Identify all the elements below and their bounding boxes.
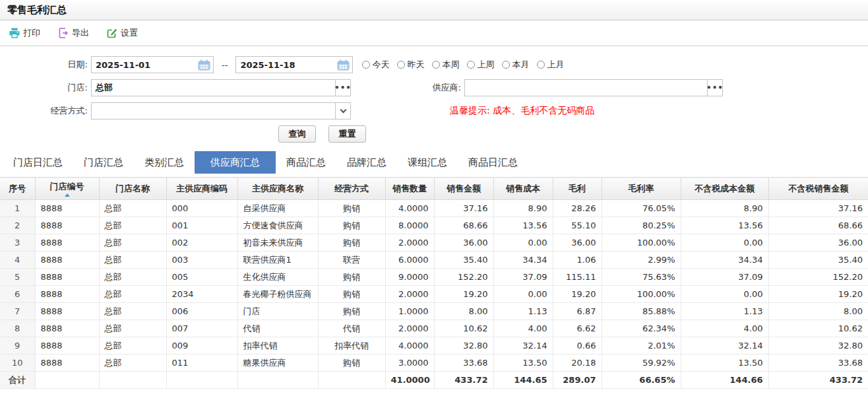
settings-button[interactable]: 设置	[107, 27, 138, 39]
cell-3-5: 联营	[318, 252, 385, 269]
cell-7-3: 007	[166, 320, 237, 337]
column-header-5[interactable]: 经营方式	[318, 178, 385, 200]
cell-9-7: 33.68	[434, 354, 493, 372]
date-to-input[interactable]: 2025-11-18	[235, 56, 353, 73]
cell-5-3: 2034	[166, 286, 237, 303]
total-row[interactable]: 合计41.0000433.72144.65289.0766.65%144.664…	[0, 372, 868, 389]
supplier-input[interactable]: •••	[464, 79, 723, 96]
store-input[interactable]: 总部 •••	[91, 79, 351, 96]
table-row-4[interactable]: 58888总部005生化供应商购销9.0000152.2037.09115.11…	[0, 269, 868, 286]
total-cell-6: 41.0000	[385, 372, 434, 389]
cell-7-9: 6.62	[553, 320, 602, 337]
date-from-input[interactable]: 2025-11-01	[91, 56, 214, 73]
store-picker-button[interactable]: •••	[335, 80, 350, 96]
column-header-0[interactable]: 序号	[0, 178, 35, 200]
cell-4-12: 152.20	[768, 269, 868, 286]
table-row-8[interactable]: 98888总部009扣率代销扣率代销4.000032.8032.140.662.…	[0, 337, 868, 354]
cell-6-4: 门店	[237, 303, 318, 320]
column-header-7[interactable]: 销售金额	[434, 178, 493, 200]
cell-9-9: 20.18	[553, 354, 602, 372]
table-row-7[interactable]: 88888总部007代销代销2.000010.624.006.6262.34%4…	[0, 320, 868, 337]
calendar-icon[interactable]	[337, 59, 352, 71]
column-header-4[interactable]: 主供应商名称	[237, 178, 318, 200]
column-header-label: 门店名称	[101, 183, 165, 195]
tab-0[interactable]: 门店日汇总	[3, 151, 73, 174]
print-label: 打印	[23, 27, 40, 39]
print-button[interactable]: 打印	[9, 27, 40, 39]
quick-range-radio-4[interactable]: 本月	[502, 59, 529, 71]
table-row-0[interactable]: 18888总部000自采供应商购销4.000037.168.9028.2676.…	[0, 200, 868, 217]
store-label: 门店:	[0, 82, 91, 94]
column-header-11[interactable]: 不含税成本金额	[681, 178, 768, 200]
cell-5-0: 6	[0, 286, 35, 303]
table-row-2[interactable]: 38888总部002初音未来供应商购销2.000036.000.0036.001…	[0, 234, 868, 252]
cell-8-7: 32.80	[434, 337, 493, 354]
cell-5-10: 100.00%	[602, 286, 681, 303]
query-button[interactable]: 查询	[278, 125, 316, 143]
table-row-9[interactable]: 108888总部011糖果供应商购销3.000033.6813.5020.185…	[0, 354, 868, 372]
column-header-label: 销售数量	[387, 183, 433, 195]
table-row-1[interactable]: 28888总部001方便速食供应商购销8.000068.6613.5655.10…	[0, 217, 868, 234]
tab-5[interactable]: 品牌汇总	[336, 151, 397, 174]
tab-6[interactable]: 课组汇总	[397, 151, 458, 174]
supplier-label: 供应商:	[351, 82, 464, 94]
calendar-icon[interactable]	[198, 59, 213, 71]
total-cell-7: 433.72	[434, 372, 493, 389]
table-row-5[interactable]: 68888总部2034春光椰子粉供应商购销2.000019.200.0019.2…	[0, 286, 868, 303]
supplier-picker-button[interactable]: •••	[707, 80, 722, 96]
cell-1-0: 2	[0, 217, 35, 234]
cell-3-7: 35.40	[434, 252, 493, 269]
cell-7-6: 2.0000	[385, 320, 434, 337]
cell-5-12: 19.20	[768, 286, 868, 303]
cell-9-8: 13.50	[493, 354, 553, 372]
column-header-10[interactable]: 毛利率	[602, 178, 681, 200]
export-button[interactable]: 导出	[58, 27, 89, 39]
table-row-3[interactable]: 48888总部003联营供应商1联营6.000035.4034.341.062.…	[0, 252, 868, 269]
radio-icon[interactable]	[432, 61, 440, 69]
table-row-6[interactable]: 78888总部006门店购销1.00008.001.136.8785.88%1.…	[0, 303, 868, 320]
sort-ascending-icon	[65, 193, 70, 197]
tab-7[interactable]: 商品日汇总	[458, 151, 528, 174]
quick-range-radio-1[interactable]: 昨天	[397, 59, 424, 71]
settings-label: 设置	[121, 27, 138, 39]
cell-4-11: 37.09	[681, 269, 768, 286]
reset-button[interactable]: 重置	[328, 125, 366, 143]
cell-6-6: 1.0000	[385, 303, 434, 320]
tab-2[interactable]: 类别汇总	[134, 151, 195, 174]
quick-range-label: 本月	[512, 59, 529, 71]
column-header-8[interactable]: 销售成本	[493, 178, 553, 200]
column-header-label: 经营方式	[320, 183, 384, 195]
tab-4[interactable]: 商品汇总	[276, 151, 336, 174]
total-cell-12: 433.72	[768, 372, 868, 389]
store-value: 总部	[92, 82, 335, 94]
quick-range-radio-0[interactable]: 今天	[362, 59, 389, 71]
tab-3-active[interactable]: 供应商汇总	[195, 151, 276, 174]
radio-icon[interactable]	[397, 61, 405, 69]
cell-9-10: 59.92%	[602, 354, 681, 372]
column-header-6[interactable]: 销售数量	[385, 178, 434, 200]
cell-0-0: 1	[0, 200, 35, 217]
radio-icon[interactable]	[537, 61, 545, 69]
cell-8-3: 009	[166, 337, 237, 354]
tab-1[interactable]: 门店汇总	[73, 151, 134, 174]
radio-icon[interactable]	[467, 61, 475, 69]
column-header-2[interactable]: 门店名称	[99, 178, 166, 200]
column-header-3[interactable]: 主供应商编码	[166, 178, 237, 200]
mode-select[interactable]	[91, 102, 351, 119]
quick-range-radio-2[interactable]: 本周	[432, 59, 459, 71]
column-header-9[interactable]: 毛利	[553, 178, 602, 200]
cell-3-0: 4	[0, 252, 35, 269]
quick-range-radio-5[interactable]: 上月	[537, 59, 564, 71]
column-header-label: 主供应商编码	[168, 183, 236, 195]
quick-range-radio-3[interactable]: 上周	[467, 59, 494, 71]
cell-4-8: 37.09	[493, 269, 553, 286]
radio-icon[interactable]	[362, 61, 370, 69]
column-header-label: 销售成本	[495, 183, 551, 195]
mode-dropdown-button[interactable]	[335, 103, 350, 119]
radio-icon[interactable]	[502, 61, 510, 69]
cell-1-10: 80.25%	[602, 217, 681, 234]
column-header-1[interactable]: 门店编号	[35, 178, 99, 200]
cell-5-9: 19.20	[553, 286, 602, 303]
column-header-12[interactable]: 不含税销售金额	[768, 178, 868, 200]
cell-0-2: 总部	[99, 200, 166, 217]
